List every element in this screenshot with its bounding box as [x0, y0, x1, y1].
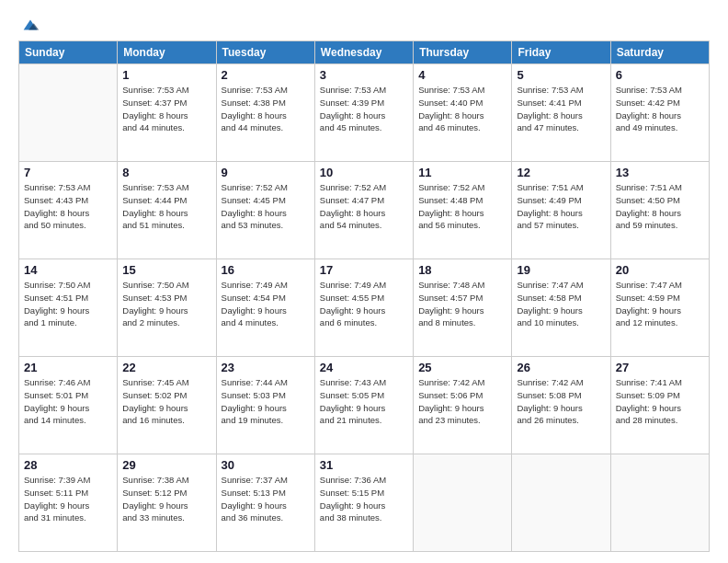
week-row-1: 1Sunrise: 7:53 AMSunset: 4:37 PMDaylight…	[19, 64, 710, 162]
day-info: Sunrise: 7:50 AMSunset: 4:51 PMDaylight:…	[24, 279, 112, 329]
day-info: Sunrise: 7:53 AMSunset: 4:38 PMDaylight:…	[222, 84, 310, 134]
day-info: Sunrise: 7:41 AMSunset: 5:09 PMDaylight:…	[616, 376, 704, 427]
day-number: 23	[222, 361, 310, 374]
calendar-header: SundayMondayTuesdayWednesdayThursdayFrid…	[19, 41, 710, 64]
day-info: Sunrise: 7:42 AMSunset: 5:08 PMDaylight:…	[517, 376, 605, 427]
day-info: Sunrise: 7:52 AMSunset: 4:47 PMDaylight:…	[320, 181, 408, 232]
day-info: Sunrise: 7:53 AMSunset: 4:44 PMDaylight:…	[122, 181, 210, 232]
day-number: 25	[418, 361, 506, 374]
calendar-cell: 19Sunrise: 7:47 AMSunset: 4:58 PMDayligh…	[512, 259, 610, 357]
calendar-cell: 29Sunrise: 7:38 AMSunset: 5:12 PMDayligh…	[118, 454, 216, 552]
day-number: 13	[616, 166, 704, 179]
calendar-cell: 7Sunrise: 7:53 AMSunset: 4:43 PMDaylight…	[19, 162, 118, 259]
calendar-cell: 27Sunrise: 7:41 AMSunset: 5:09 PMDayligh…	[610, 357, 709, 454]
weekday-header-wednesday: Wednesday	[314, 41, 413, 64]
day-number: 6	[616, 68, 704, 82]
day-number: 22	[122, 361, 210, 374]
day-info: Sunrise: 7:53 AMSunset: 4:37 PMDaylight:…	[122, 84, 210, 134]
calendar-cell: 15Sunrise: 7:50 AMSunset: 4:53 PMDayligh…	[118, 259, 216, 357]
day-number: 4	[418, 68, 506, 82]
day-info: Sunrise: 7:49 AMSunset: 4:54 PMDaylight:…	[222, 279, 310, 329]
day-number: 27	[616, 361, 704, 374]
day-number: 14	[24, 263, 112, 277]
day-number: 26	[517, 361, 605, 374]
day-info: Sunrise: 7:39 AMSunset: 5:11 PMDaylight:…	[24, 474, 112, 524]
calendar-cell: 5Sunrise: 7:53 AMSunset: 4:41 PMDaylight…	[512, 64, 610, 162]
day-number: 28	[24, 458, 112, 472]
weekday-header-saturday: Saturday	[610, 41, 709, 64]
calendar-cell	[610, 454, 709, 552]
day-info: Sunrise: 7:46 AMSunset: 5:01 PMDaylight:…	[24, 376, 112, 427]
week-row-2: 7Sunrise: 7:53 AMSunset: 4:43 PMDaylight…	[19, 162, 710, 259]
calendar-cell	[414, 454, 512, 552]
day-info: Sunrise: 7:51 AMSunset: 4:49 PMDaylight:…	[517, 181, 605, 232]
logo	[18, 15, 40, 31]
day-number: 1	[122, 68, 210, 82]
day-number: 9	[222, 166, 310, 179]
calendar-cell: 16Sunrise: 7:49 AMSunset: 4:54 PMDayligh…	[216, 259, 314, 357]
calendar-cell: 11Sunrise: 7:52 AMSunset: 4:48 PMDayligh…	[414, 162, 512, 259]
day-number: 16	[222, 263, 310, 277]
calendar-cell: 25Sunrise: 7:42 AMSunset: 5:06 PMDayligh…	[414, 357, 512, 454]
header	[18, 15, 710, 31]
day-info: Sunrise: 7:47 AMSunset: 4:58 PMDaylight:…	[517, 279, 605, 329]
week-row-3: 14Sunrise: 7:50 AMSunset: 4:51 PMDayligh…	[19, 259, 710, 357]
day-info: Sunrise: 7:53 AMSunset: 4:41 PMDaylight:…	[517, 84, 605, 134]
calendar-cell: 14Sunrise: 7:50 AMSunset: 4:51 PMDayligh…	[19, 259, 118, 357]
day-number: 15	[122, 263, 210, 277]
logo-text	[18, 15, 40, 35]
day-info: Sunrise: 7:50 AMSunset: 4:53 PMDaylight:…	[122, 279, 210, 329]
day-number: 7	[24, 166, 112, 179]
day-number: 12	[517, 166, 605, 179]
day-info: Sunrise: 7:43 AMSunset: 5:05 PMDaylight:…	[320, 376, 408, 427]
calendar-cell: 20Sunrise: 7:47 AMSunset: 4:59 PMDayligh…	[610, 259, 709, 357]
weekday-header-monday: Monday	[118, 41, 216, 64]
calendar-cell: 3Sunrise: 7:53 AMSunset: 4:39 PMDaylight…	[314, 64, 413, 162]
logo-icon	[20, 15, 40, 35]
calendar-cell	[19, 64, 118, 162]
day-number: 5	[517, 68, 605, 82]
day-info: Sunrise: 7:44 AMSunset: 5:03 PMDaylight:…	[222, 376, 310, 427]
day-number: 8	[122, 166, 210, 179]
calendar-cell: 17Sunrise: 7:49 AMSunset: 4:55 PMDayligh…	[314, 259, 413, 357]
day-info: Sunrise: 7:52 AMSunset: 4:48 PMDaylight:…	[418, 181, 506, 232]
day-info: Sunrise: 7:48 AMSunset: 4:57 PMDaylight:…	[418, 279, 506, 329]
day-info: Sunrise: 7:53 AMSunset: 4:43 PMDaylight:…	[24, 181, 112, 232]
day-number: 3	[320, 68, 408, 82]
calendar-cell: 18Sunrise: 7:48 AMSunset: 4:57 PMDayligh…	[414, 259, 512, 357]
day-info: Sunrise: 7:47 AMSunset: 4:59 PMDaylight:…	[616, 279, 704, 329]
day-number: 10	[320, 166, 408, 179]
week-row-5: 28Sunrise: 7:39 AMSunset: 5:11 PMDayligh…	[19, 454, 710, 552]
calendar-cell: 4Sunrise: 7:53 AMSunset: 4:40 PMDaylight…	[414, 64, 512, 162]
day-info: Sunrise: 7:53 AMSunset: 4:42 PMDaylight:…	[616, 84, 704, 134]
day-number: 18	[418, 263, 506, 277]
weekday-header-thursday: Thursday	[414, 41, 512, 64]
calendar-body: 1Sunrise: 7:53 AMSunset: 4:37 PMDaylight…	[19, 64, 710, 552]
day-number: 17	[320, 263, 408, 277]
day-info: Sunrise: 7:49 AMSunset: 4:55 PMDaylight:…	[320, 279, 408, 329]
page: SundayMondayTuesdayWednesdayThursdayFrid…	[0, 0, 728, 563]
calendar-cell: 24Sunrise: 7:43 AMSunset: 5:05 PMDayligh…	[314, 357, 413, 454]
day-number: 20	[616, 263, 704, 277]
day-info: Sunrise: 7:37 AMSunset: 5:13 PMDaylight:…	[222, 474, 310, 524]
weekday-header-friday: Friday	[512, 41, 610, 64]
day-info: Sunrise: 7:45 AMSunset: 5:02 PMDaylight:…	[122, 376, 210, 427]
calendar-cell: 22Sunrise: 7:45 AMSunset: 5:02 PMDayligh…	[118, 357, 216, 454]
day-number: 21	[24, 361, 112, 374]
calendar-cell: 10Sunrise: 7:52 AMSunset: 4:47 PMDayligh…	[314, 162, 413, 259]
day-info: Sunrise: 7:53 AMSunset: 4:39 PMDaylight:…	[320, 84, 408, 134]
day-info: Sunrise: 7:38 AMSunset: 5:12 PMDaylight:…	[122, 474, 210, 524]
calendar-cell: 13Sunrise: 7:51 AMSunset: 4:50 PMDayligh…	[610, 162, 709, 259]
day-number: 30	[222, 458, 310, 472]
calendar-cell: 28Sunrise: 7:39 AMSunset: 5:11 PMDayligh…	[19, 454, 118, 552]
calendar-cell: 23Sunrise: 7:44 AMSunset: 5:03 PMDayligh…	[216, 357, 314, 454]
calendar-cell: 12Sunrise: 7:51 AMSunset: 4:49 PMDayligh…	[512, 162, 610, 259]
calendar-cell: 1Sunrise: 7:53 AMSunset: 4:37 PMDaylight…	[118, 64, 216, 162]
calendar-cell: 6Sunrise: 7:53 AMSunset: 4:42 PMDaylight…	[610, 64, 709, 162]
calendar-cell: 2Sunrise: 7:53 AMSunset: 4:38 PMDaylight…	[216, 64, 314, 162]
calendar-cell: 8Sunrise: 7:53 AMSunset: 4:44 PMDaylight…	[118, 162, 216, 259]
calendar-cell: 9Sunrise: 7:52 AMSunset: 4:45 PMDaylight…	[216, 162, 314, 259]
weekday-header-row: SundayMondayTuesdayWednesdayThursdayFrid…	[19, 41, 710, 64]
calendar-table: SundayMondayTuesdayWednesdayThursdayFrid…	[18, 40, 710, 552]
day-number: 31	[320, 458, 408, 472]
